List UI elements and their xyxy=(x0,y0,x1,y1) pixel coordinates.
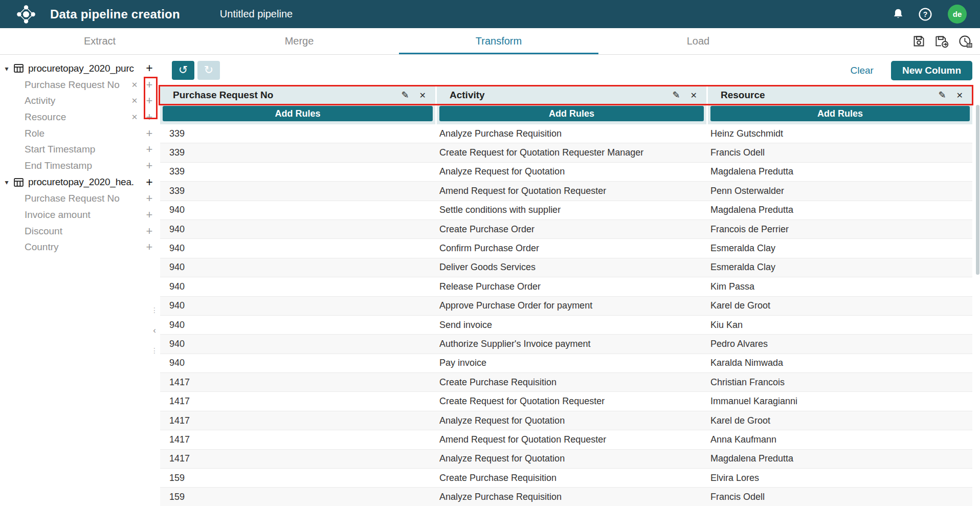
help-button[interactable]: ? xyxy=(918,7,932,21)
undo-button[interactable]: ↺ xyxy=(172,61,194,80)
tree-field-row: Invoice amount+ xyxy=(0,207,158,223)
table-body: 339Analyze Purchase RequisitionHeinz Gut… xyxy=(160,124,972,506)
add-field-button[interactable]: + xyxy=(141,112,158,123)
redo-button[interactable]: ↻ xyxy=(197,61,220,80)
transform-panel: ↺ ↻ Clear New Column Purchase Request No… xyxy=(158,55,980,506)
add-field-button[interactable]: + xyxy=(141,209,158,221)
tab-load[interactable]: Load xyxy=(598,28,798,54)
cell: Analyze Purchase Requisition xyxy=(437,128,708,139)
tree-field-row: Purchase Request No✕+ xyxy=(0,77,158,93)
table-row: 1417Create Request for Quotation Request… xyxy=(160,392,972,411)
tab-transform[interactable]: Transform xyxy=(399,28,598,54)
field-name: Purchase Request No xyxy=(25,193,128,204)
cell: Analyze Request for Quotation xyxy=(437,166,708,177)
cell: Elvira Lores xyxy=(708,473,972,483)
field-name: End Timestamp xyxy=(25,160,128,171)
table-row: 339Analyze Request for QuotationMagdalen… xyxy=(160,163,972,182)
add-field-button[interactable]: + xyxy=(141,144,158,155)
add-rules-cell: Add Rules xyxy=(160,104,435,124)
cell: Create Request for Quotation Requester xyxy=(437,396,708,407)
tree-field-row: Discount+ xyxy=(0,223,158,239)
remove-column-icon[interactable]: ✕ xyxy=(955,91,964,100)
table-row: 940Pay invoiceKaralda Nimwada xyxy=(160,354,972,373)
add-field-button[interactable]: + xyxy=(141,95,158,106)
cell: 159 xyxy=(160,473,437,483)
add-table-button[interactable]: + xyxy=(141,177,158,188)
add-rules-button[interactable]: Add Rules xyxy=(163,106,433,121)
redo-icon: ↻ xyxy=(204,64,213,76)
cell: 1417 xyxy=(160,415,437,426)
cell: 940 xyxy=(160,320,437,331)
cell: Create Purchase Requisition xyxy=(437,377,708,388)
add-rules-button[interactable]: Add Rules xyxy=(439,106,704,121)
cell: Francis Odell xyxy=(708,492,972,502)
cell: 339 xyxy=(160,128,437,139)
source-tree-sidebar: ▾procuretopay_2020_purc+Purchase Request… xyxy=(0,55,158,506)
cell: 1417 xyxy=(160,453,437,464)
tab-bar: ExtractMergeTransformLoad xyxy=(0,28,980,55)
add-rules-button[interactable]: Add Rules xyxy=(710,106,970,121)
add-rules-cell: Add Rules xyxy=(708,104,972,124)
cell: 940 xyxy=(160,262,437,273)
cell: Pedro Alvares xyxy=(708,339,972,349)
add-rules-row: Add RulesAdd RulesAdd Rules xyxy=(160,104,972,124)
remove-column-icon[interactable]: ✕ xyxy=(689,91,698,100)
tree-field-row: Purchase Request No+ xyxy=(0,191,158,207)
add-field-button[interactable]: + xyxy=(141,241,158,253)
table-icon xyxy=(13,63,24,74)
table-row: 940Approve Purchase Order for paymentKar… xyxy=(160,297,972,316)
cell: Kim Passa xyxy=(708,281,972,292)
transform-toolbar: ↺ ↻ Clear New Column xyxy=(158,55,980,86)
history-button[interactable] xyxy=(958,34,973,48)
cell: 339 xyxy=(160,186,437,196)
save-button[interactable] xyxy=(912,34,926,48)
svg-text:?: ? xyxy=(923,10,928,18)
save-as-icon xyxy=(934,34,949,48)
caret-down-icon[interactable]: ▾ xyxy=(0,178,13,186)
notifications-button[interactable] xyxy=(892,8,905,21)
cell: Analyze Request for Quotation xyxy=(437,415,708,426)
tab-merge[interactable]: Merge xyxy=(199,28,399,54)
edit-column-icon[interactable]: ✎ xyxy=(938,90,947,101)
page-title: Data pipeline creation xyxy=(50,7,180,21)
cell: Analyze Request for Quotation xyxy=(437,453,708,464)
clear-button[interactable]: Clear xyxy=(848,64,877,77)
cell: Settle conditions with supplier xyxy=(437,205,708,215)
tab-extract[interactable]: Extract xyxy=(0,28,199,54)
add-field-button[interactable]: + xyxy=(141,160,158,171)
add-field-button[interactable]: + xyxy=(141,226,158,237)
cell: Release Purchase Order xyxy=(437,281,708,292)
cell: Send invoice xyxy=(437,320,708,331)
save-as-button[interactable] xyxy=(934,34,949,48)
cell: Magdalena Predutta xyxy=(708,453,972,464)
cell: 940 xyxy=(160,205,437,215)
remove-field-button[interactable]: ✕ xyxy=(128,80,141,90)
column-header: Purchase Request No✎✕ xyxy=(160,86,435,104)
cell: Analyze Purchase Requisition xyxy=(437,492,708,502)
column-header: Activity✎✕ xyxy=(437,86,706,104)
caret-down-icon[interactable]: ▾ xyxy=(0,64,13,73)
column-header-label: Resource xyxy=(721,90,938,101)
remove-column-icon[interactable]: ✕ xyxy=(418,91,427,100)
edit-column-icon[interactable]: ✎ xyxy=(672,90,681,101)
cell: Anna Kaufmann xyxy=(708,434,972,445)
tree-field-row: Country+ xyxy=(0,239,158,255)
cell: Penn Osterwalder xyxy=(708,186,972,196)
vertical-scrollbar[interactable] xyxy=(976,105,979,275)
cell: Amend Request for Quotation Requester xyxy=(437,186,708,196)
add-field-button[interactable]: + xyxy=(141,128,158,139)
avatar[interactable]: de xyxy=(948,5,967,24)
edit-column-icon[interactable]: ✎ xyxy=(400,90,410,101)
add-field-button[interactable]: + xyxy=(141,193,158,204)
transform-table: Purchase Request No✎✕Activity✎✕Resource✎… xyxy=(160,86,972,506)
remove-field-button[interactable]: ✕ xyxy=(128,113,141,122)
table-row: 940Create Purchase OrderFrancois de Perr… xyxy=(160,220,972,239)
add-table-button[interactable]: + xyxy=(141,62,158,74)
add-field-button[interactable]: + xyxy=(141,79,158,91)
bell-icon xyxy=(892,8,905,21)
table-row: 940Settle conditions with supplierMagdal… xyxy=(160,201,972,220)
cell: Pay invoice xyxy=(437,358,708,368)
remove-field-button[interactable]: ✕ xyxy=(128,96,141,105)
new-column-button[interactable]: New Column xyxy=(891,61,972,80)
cell: 1417 xyxy=(160,396,437,407)
